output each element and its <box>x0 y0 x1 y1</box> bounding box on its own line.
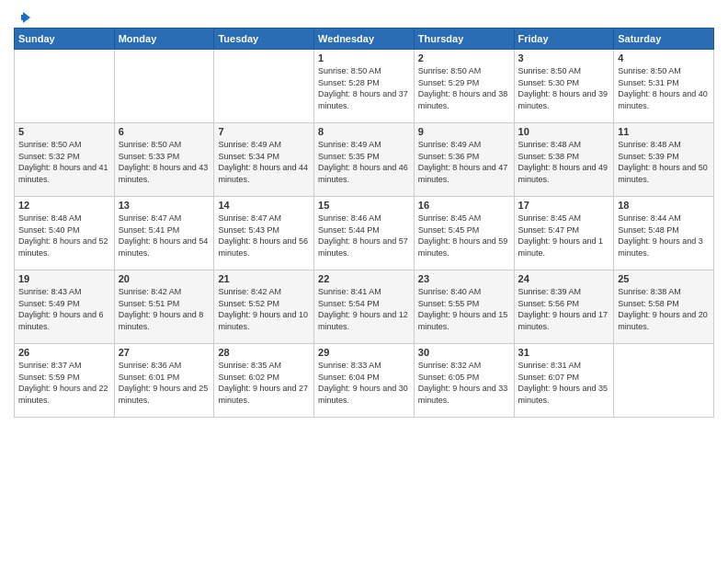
day-info: Sunrise: 8:36 AM Sunset: 6:01 PM Dayligh… <box>119 360 210 406</box>
calendar-cell: 10Sunrise: 8:48 AM Sunset: 5:38 PM Dayli… <box>514 123 614 197</box>
calendar-cell: 22Sunrise: 8:41 AM Sunset: 5:54 PM Dayli… <box>314 270 415 344</box>
day-info: Sunrise: 8:41 AM Sunset: 5:54 PM Dayligh… <box>318 286 410 332</box>
calendar-cell: 21Sunrise: 8:42 AM Sunset: 5:52 PM Dayli… <box>214 270 314 344</box>
page-container: SundayMondayTuesdayWednesdayThursdayFrid… <box>0 0 728 427</box>
day-info: Sunrise: 8:49 AM Sunset: 5:35 PM Dayligh… <box>318 139 410 185</box>
logo <box>14 9 30 22</box>
svg-rect-1 <box>21 15 24 20</box>
day-info: Sunrise: 8:48 AM Sunset: 5:39 PM Dayligh… <box>618 139 710 185</box>
day-info: Sunrise: 8:50 AM Sunset: 5:30 PM Dayligh… <box>518 65 610 111</box>
calendar-cell: 2Sunrise: 8:50 AM Sunset: 5:29 PM Daylig… <box>414 50 514 123</box>
day-number: 2 <box>418 52 510 63</box>
day-info: Sunrise: 8:47 AM Sunset: 5:43 PM Dayligh… <box>218 213 310 259</box>
calendar-cell: 27Sunrise: 8:36 AM Sunset: 6:01 PM Dayli… <box>114 344 214 418</box>
day-info: Sunrise: 8:42 AM Sunset: 5:51 PM Dayligh… <box>119 286 210 332</box>
day-number: 14 <box>218 200 310 211</box>
logo-icon <box>14 9 30 26</box>
calendar-cell <box>614 344 714 418</box>
calendar-cell: 28Sunrise: 8:35 AM Sunset: 6:02 PM Dayli… <box>214 344 314 418</box>
calendar-cell: 18Sunrise: 8:44 AM Sunset: 5:48 PM Dayli… <box>614 197 714 270</box>
day-number: 19 <box>18 273 110 284</box>
calendar-cell: 14Sunrise: 8:47 AM Sunset: 5:43 PM Dayli… <box>214 197 314 270</box>
calendar-cell: 16Sunrise: 8:45 AM Sunset: 5:45 PM Dayli… <box>414 197 514 270</box>
week-row-2: 5Sunrise: 8:50 AM Sunset: 5:32 PM Daylig… <box>15 123 714 197</box>
day-number: 24 <box>518 273 610 284</box>
day-info: Sunrise: 8:45 AM Sunset: 5:45 PM Dayligh… <box>418 213 510 259</box>
day-number: 30 <box>418 347 510 358</box>
day-info: Sunrise: 8:43 AM Sunset: 5:49 PM Dayligh… <box>18 286 110 332</box>
calendar-cell <box>114 50 214 123</box>
calendar-cell: 31Sunrise: 8:31 AM Sunset: 6:07 PM Dayli… <box>514 344 614 418</box>
day-info: Sunrise: 8:48 AM Sunset: 5:38 PM Dayligh… <box>518 139 610 185</box>
day-number: 31 <box>518 347 610 358</box>
day-info: Sunrise: 8:50 AM Sunset: 5:32 PM Dayligh… <box>18 139 110 185</box>
day-number: 12 <box>18 200 110 211</box>
calendar-cell: 11Sunrise: 8:48 AM Sunset: 5:39 PM Dayli… <box>614 123 714 197</box>
day-number: 6 <box>119 126 210 137</box>
day-number: 7 <box>218 126 310 137</box>
calendar-cell: 12Sunrise: 8:48 AM Sunset: 5:40 PM Dayli… <box>15 197 115 270</box>
calendar-cell: 23Sunrise: 8:40 AM Sunset: 5:55 PM Dayli… <box>414 270 514 344</box>
week-row-4: 19Sunrise: 8:43 AM Sunset: 5:49 PM Dayli… <box>15 270 714 344</box>
day-number: 28 <box>218 347 310 358</box>
day-info: Sunrise: 8:32 AM Sunset: 6:05 PM Dayligh… <box>418 360 510 406</box>
day-info: Sunrise: 8:47 AM Sunset: 5:41 PM Dayligh… <box>119 213 210 259</box>
day-number: 5 <box>18 126 110 137</box>
day-number: 25 <box>618 273 710 284</box>
day-number: 29 <box>318 347 410 358</box>
day-info: Sunrise: 8:31 AM Sunset: 6:07 PM Dayligh… <box>518 360 610 406</box>
day-info: Sunrise: 8:50 AM Sunset: 5:31 PM Dayligh… <box>618 65 710 111</box>
calendar-cell: 3Sunrise: 8:50 AM Sunset: 5:30 PM Daylig… <box>514 50 614 123</box>
calendar-cell <box>214 50 314 123</box>
column-header-sunday: Sunday <box>15 29 115 50</box>
calendar-table: SundayMondayTuesdayWednesdayThursdayFrid… <box>14 28 714 418</box>
day-info: Sunrise: 8:33 AM Sunset: 6:04 PM Dayligh… <box>318 360 410 406</box>
day-number: 17 <box>518 200 610 211</box>
calendar-cell: 5Sunrise: 8:50 AM Sunset: 5:32 PM Daylig… <box>15 123 115 197</box>
day-number: 21 <box>218 273 310 284</box>
calendar-cell: 17Sunrise: 8:45 AM Sunset: 5:47 PM Dayli… <box>514 197 614 270</box>
calendar-cell: 4Sunrise: 8:50 AM Sunset: 5:31 PM Daylig… <box>614 50 714 123</box>
day-number: 8 <box>318 126 410 137</box>
header-row: SundayMondayTuesdayWednesdayThursdayFrid… <box>15 29 714 50</box>
calendar-cell: 24Sunrise: 8:39 AM Sunset: 5:56 PM Dayli… <box>514 270 614 344</box>
week-row-1: 1Sunrise: 8:50 AM Sunset: 5:28 PM Daylig… <box>15 50 714 123</box>
day-number: 15 <box>318 200 410 211</box>
column-header-monday: Monday <box>114 29 214 50</box>
column-header-tuesday: Tuesday <box>214 29 314 50</box>
week-row-3: 12Sunrise: 8:48 AM Sunset: 5:40 PM Dayli… <box>15 197 714 270</box>
day-info: Sunrise: 8:44 AM Sunset: 5:48 PM Dayligh… <box>618 213 710 259</box>
calendar-cell: 29Sunrise: 8:33 AM Sunset: 6:04 PM Dayli… <box>314 344 415 418</box>
day-number: 20 <box>119 273 210 284</box>
day-info: Sunrise: 8:40 AM Sunset: 5:55 PM Dayligh… <box>418 286 510 332</box>
day-info: Sunrise: 8:42 AM Sunset: 5:52 PM Dayligh… <box>218 286 310 332</box>
calendar-cell: 20Sunrise: 8:42 AM Sunset: 5:51 PM Dayli… <box>114 270 214 344</box>
column-header-friday: Friday <box>514 29 614 50</box>
svg-marker-0 <box>23 12 30 23</box>
day-number: 23 <box>418 273 510 284</box>
calendar-cell: 13Sunrise: 8:47 AM Sunset: 5:41 PM Dayli… <box>114 197 214 270</box>
day-info: Sunrise: 8:50 AM Sunset: 5:33 PM Dayligh… <box>119 139 210 185</box>
day-number: 18 <box>618 200 710 211</box>
calendar-cell: 6Sunrise: 8:50 AM Sunset: 5:33 PM Daylig… <box>114 123 214 197</box>
day-info: Sunrise: 8:38 AM Sunset: 5:58 PM Dayligh… <box>618 286 710 332</box>
calendar-cell: 9Sunrise: 8:49 AM Sunset: 5:36 PM Daylig… <box>414 123 514 197</box>
calendar-body: 1Sunrise: 8:50 AM Sunset: 5:28 PM Daylig… <box>15 50 714 418</box>
day-info: Sunrise: 8:46 AM Sunset: 5:44 PM Dayligh… <box>318 213 410 259</box>
page-header <box>14 9 714 22</box>
day-number: 27 <box>119 347 210 358</box>
calendar-cell: 15Sunrise: 8:46 AM Sunset: 5:44 PM Dayli… <box>314 197 415 270</box>
calendar-cell <box>15 50 115 123</box>
day-number: 22 <box>318 273 410 284</box>
day-info: Sunrise: 8:50 AM Sunset: 5:28 PM Dayligh… <box>318 65 410 111</box>
day-info: Sunrise: 8:37 AM Sunset: 5:59 PM Dayligh… <box>18 360 110 406</box>
column-header-wednesday: Wednesday <box>314 29 415 50</box>
day-info: Sunrise: 8:49 AM Sunset: 5:36 PM Dayligh… <box>418 139 510 185</box>
calendar-cell: 1Sunrise: 8:50 AM Sunset: 5:28 PM Daylig… <box>314 50 415 123</box>
day-info: Sunrise: 8:49 AM Sunset: 5:34 PM Dayligh… <box>218 139 310 185</box>
day-number: 1 <box>318 52 410 63</box>
day-number: 3 <box>518 52 610 63</box>
calendar-cell: 26Sunrise: 8:37 AM Sunset: 5:59 PM Dayli… <box>15 344 115 418</box>
column-header-saturday: Saturday <box>614 29 714 50</box>
calendar-cell: 19Sunrise: 8:43 AM Sunset: 5:49 PM Dayli… <box>15 270 115 344</box>
